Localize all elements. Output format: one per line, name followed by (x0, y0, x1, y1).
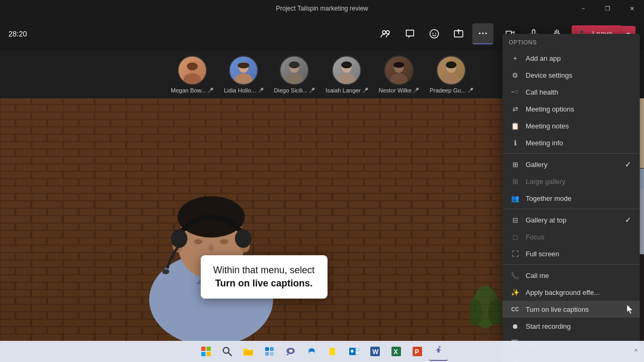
svg-point-43 (194, 239, 202, 244)
live-captions-icon: CC (511, 305, 519, 313)
svg-point-2 (430, 30, 438, 38)
titlebar: Project Tailspin marketing review − ❐ ✕ (0, 0, 644, 17)
reactions-button[interactable] (424, 23, 445, 44)
background-effects-icon: ✨ (511, 288, 519, 296)
participant-avatar-nestor (384, 55, 414, 85)
menu-add-app[interactable]: + Add an app (502, 50, 640, 67)
menu-gallery-top-label: Gallery at top (526, 216, 619, 224)
windows-taskbar: 💬 W X P (0, 341, 644, 362)
meeting-options-icon: ⇄ (511, 105, 519, 113)
menu-meeting-info[interactable]: ℹ Meeting info (502, 134, 640, 151)
svg-rect-79 (270, 352, 274, 356)
participant-megan: Megan Bow... 🎤 (171, 55, 213, 94)
participant-name-pradeep: Pradeep Gu... 🎤 (430, 87, 473, 94)
svg-point-24 (390, 73, 407, 85)
mic-icon-megan: 🎤 (208, 88, 213, 93)
taskbar-teams-chat-button[interactable]: 💬 (281, 342, 300, 361)
menu-meeting-options[interactable]: ⇄ Meeting options (502, 100, 640, 117)
taskbar-widgets-button[interactable] (260, 342, 279, 361)
svg-point-15 (235, 73, 253, 85)
menu-together-mode[interactable]: 👥 Together mode (502, 190, 640, 207)
svg-rect-76 (265, 347, 269, 351)
menu-live-captions[interactable]: CC Turn on live captions (502, 301, 640, 318)
menu-meeting-options-label: Meeting options (526, 105, 631, 113)
svg-point-41 (235, 229, 251, 248)
participant-pradeep: Pradeep Gu... 🎤 (430, 55, 473, 94)
context-menu: options + Add an app ⚙ Device settings ~… (502, 34, 640, 362)
svg-point-18 (286, 73, 303, 85)
participant-name-megan: Megan Bow... 🎤 (171, 87, 213, 94)
menu-together-mode-label: Together mode (526, 194, 631, 202)
svg-text:X: X (394, 348, 398, 356)
menu-background-effects[interactable]: ✨ Apply background effe... (502, 284, 640, 301)
svg-point-21 (338, 73, 356, 85)
taskbar-search-button[interactable] (218, 342, 237, 361)
participant-avatar-lidia (229, 55, 258, 85)
gallery-top-icon: ⊟ (511, 216, 519, 224)
mouse-cursor-icon (627, 305, 632, 313)
svg-rect-71 (207, 347, 211, 351)
more-options-button[interactable] (472, 23, 493, 44)
meeting-info-icon: ℹ (511, 138, 519, 147)
svg-point-16 (238, 62, 249, 68)
large-gallery-icon: ⊞ (511, 177, 519, 185)
taskbar-powerpoint-button[interactable]: P (408, 342, 427, 361)
taskbar-files-button[interactable] (323, 342, 342, 361)
menu-meeting-notes[interactable]: 📋 Meeting notes (502, 117, 640, 134)
mic-icon-lidia: 🎤 (258, 88, 264, 93)
people-button[interactable] (375, 23, 396, 44)
menu-gallery-top[interactable]: ⊟ Gallery at top ✓ (502, 211, 640, 228)
chat-button[interactable] (399, 23, 421, 44)
menu-full-screen[interactable]: ⛶ Full screen (502, 245, 640, 262)
mic-icon-diego: 🎤 (309, 88, 315, 93)
device-settings-icon: ⚙ (511, 71, 519, 79)
participant-avatar-megan (178, 55, 207, 85)
menu-header: options (502, 37, 640, 50)
svg-point-44 (220, 239, 228, 244)
restore-button[interactable]: ❐ (595, 0, 620, 17)
menu-call-me[interactable]: 📞 Call me (502, 267, 640, 284)
menu-start-recording[interactable]: ⏺ Start recording (502, 318, 640, 335)
taskbar-edge-button[interactable] (302, 342, 321, 361)
menu-background-effects-label: Apply background effe... (526, 289, 631, 296)
close-button[interactable]: ✕ (620, 0, 644, 17)
taskbar-teams-button[interactable] (429, 342, 448, 361)
menu-live-captions-label: Turn on live captions (526, 305, 631, 313)
svg-point-28 (446, 61, 456, 68)
gallery-icon: ⊞ (511, 160, 519, 169)
menu-large-gallery-label: Large gallery (526, 178, 631, 185)
participant-name-diego: Diego Sicili... 🎤 (274, 87, 315, 94)
participant-name-lidia: Lidia Hollo... 🎤 (224, 87, 264, 94)
gallery-top-check-icon: ✓ (625, 216, 631, 224)
participant-nestor: Nestor Wilke 🎤 (379, 55, 419, 94)
svg-point-6 (479, 33, 480, 34)
taskbar-file-explorer-button[interactable] (239, 342, 258, 361)
meeting-timer: 28:20 (8, 30, 27, 38)
svg-point-3 (432, 33, 433, 34)
menu-focus-label: Focus (526, 233, 631, 241)
menu-device-settings[interactable]: ⚙ Device settings (502, 67, 640, 83)
svg-text:W: W (372, 348, 379, 356)
menu-call-me-label: Call me (526, 272, 631, 280)
taskbar-word-button[interactable]: W (366, 342, 385, 361)
taskbar-outlook-button[interactable] (344, 342, 363, 361)
mic-icon-isaiah: 🎤 (362, 88, 368, 93)
meeting-notes-icon: 📋 (511, 122, 519, 130)
focus-icon: ◻ (511, 233, 519, 241)
participant-avatar-pradeep (436, 55, 466, 85)
taskbar-excel-button[interactable]: X (387, 342, 406, 361)
svg-point-13 (186, 62, 197, 70)
svg-point-19 (289, 61, 300, 68)
share-screen-button[interactable] (448, 23, 469, 44)
participant-diego: Diego Sicili... 🎤 (274, 55, 315, 94)
menu-gallery[interactable]: ⊞ Gallery ✓ (502, 156, 640, 173)
minimize-button[interactable]: − (571, 0, 595, 17)
svg-rect-70 (201, 347, 206, 351)
add-app-icon: + (511, 54, 519, 62)
svg-point-25 (394, 62, 404, 68)
taskbar-show-hidden-icons[interactable]: ^ (634, 348, 638, 355)
svg-line-75 (228, 352, 231, 356)
menu-call-health[interactable]: ~♡ Call health (502, 83, 640, 100)
taskbar-start-button[interactable] (197, 342, 216, 361)
caption-box: Within that menu, select Turn on live ca… (200, 255, 327, 299)
